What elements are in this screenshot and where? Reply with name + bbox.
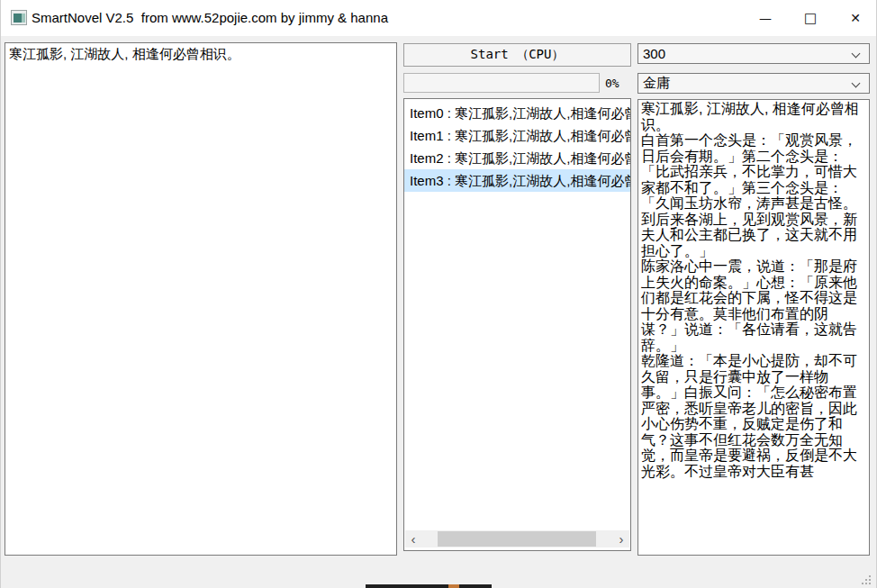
output-paragraph: 乾隆道：「本是小心提防，却不可久留，只是行囊中放了一样物事。」白振又问：「怎么秘… — [641, 353, 866, 479]
output-paragraph: 白首第一个念头是：「观赏风景，日后会有期。」第二个念头是：「比武招亲兵，不比掌力… — [641, 132, 866, 258]
scroll-right-icon[interactable]: › — [613, 530, 629, 547]
output-paragraph: 寒江孤影, 江湖故人, 相逢何必曾相识。 — [641, 101, 866, 132]
resize-grip[interactable] — [860, 574, 871, 584]
output-paragraph: 陈家洛心中一震，说道：「那是府上失火的命案。」心想：「原来他们都是红花会的下属，… — [641, 258, 866, 353]
list-items: Item0 : 寒江孤影,江湖故人,相逢何必曾相识。 Item1 : 寒江孤影,… — [404, 102, 630, 192]
start-cpu-button[interactable]: Start （CPU） — [403, 43, 631, 67]
scroll-left-icon[interactable]: ‹ — [405, 530, 421, 547]
scrollbar-track[interactable] — [421, 530, 613, 547]
length-dropdown-value: 300 — [643, 46, 665, 61]
list-item-selected[interactable]: Item3 : 寒江孤影,江湖故人,相逢何必曾相识。 — [404, 169, 630, 192]
output-textarea[interactable]: 寒江孤影, 江湖故人, 相逢何必曾相识。 白首第一个念头是：「观赏风景，日后会有… — [637, 99, 870, 556]
maximize-button[interactable]: □ — [788, 0, 833, 36]
app-window: SmartNovel V2.5 from www.52pojie.com by … — [0, 0, 877, 588]
titlebar: SmartNovel V2.5 from www.52pojie.com by … — [1, 0, 877, 36]
close-button[interactable]: ✕ — [833, 0, 877, 36]
length-dropdown[interactable]: 300 — [637, 43, 870, 64]
window-title: SmartNovel V2.5 from www.52pojie.com by … — [32, 0, 388, 36]
result-listbox[interactable]: Item0 : 寒江孤影,江湖故人,相逢何必曾相识。 Item1 : 寒江孤影,… — [403, 98, 631, 551]
progress-bar — [403, 73, 600, 93]
app-icon-fill — [14, 14, 22, 23]
list-item[interactable]: Item0 : 寒江孤影,江湖故人,相逢何必曾相识。 — [404, 102, 630, 124]
horizontal-scrollbar[interactable]: ‹ › — [405, 530, 629, 547]
taskbar-sliver — [366, 584, 492, 588]
list-item[interactable]: Item2 : 寒江孤影,江湖故人,相逢何必曾相识。 — [404, 147, 630, 169]
input-textarea[interactable]: 寒江孤影, 江湖故人, 相逢何必曾相识。 — [5, 42, 397, 556]
chevron-down-icon — [853, 80, 860, 87]
scrollbar-thumb[interactable] — [438, 531, 596, 547]
window-controls: — □ ✕ — [743, 0, 877, 36]
style-dropdown-value: 金庸 — [643, 75, 670, 92]
style-dropdown[interactable]: 金庸 — [637, 73, 870, 94]
minimize-button[interactable]: — — [743, 0, 788, 36]
app-icon — [11, 10, 27, 25]
taskbar-accent — [448, 584, 459, 588]
progress-percent-label: 0% — [605, 77, 632, 90]
app-icon-fill-light — [22, 14, 25, 23]
chevron-down-icon — [853, 50, 860, 58]
list-item[interactable]: Item1 : 寒江孤影,江湖故人,相逢何必曾相识。 — [404, 124, 630, 147]
